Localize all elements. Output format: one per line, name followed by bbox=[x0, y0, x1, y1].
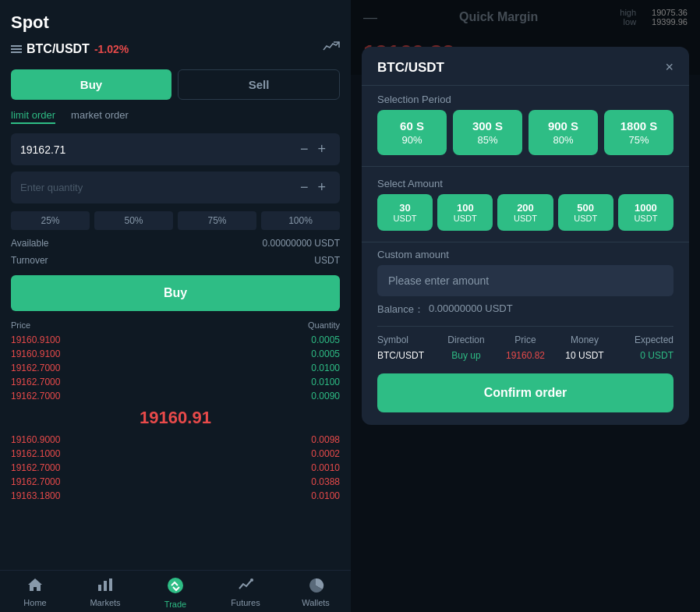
markets-icon bbox=[97, 577, 114, 596]
summary-expected: 0 USDT bbox=[614, 350, 673, 361]
percent-50-btn[interactable]: 50% bbox=[94, 211, 173, 230]
ob-price-header: Price bbox=[11, 320, 175, 330]
left-panel: Spot BTC/USDT -1.02% Buy Sell limit orde… bbox=[0, 0, 351, 612]
left-header: Spot BTC/USDT -1.02% bbox=[0, 0, 351, 63]
period-300s-btn[interactable]: 300 S 85% bbox=[453, 110, 522, 155]
pair-change: -1.02% bbox=[94, 43, 129, 55]
right-panel: — Quick Margin high 19075.36 low 19399.9… bbox=[351, 0, 700, 612]
table-row: 19163.1800 0.0100 bbox=[3, 489, 348, 503]
period-grid: 60 S 90% 300 S 85% 900 S 80% 1800 S 75% bbox=[362, 110, 689, 163]
custom-amount-input[interactable] bbox=[377, 265, 673, 296]
nav-futures[interactable]: Futures bbox=[210, 577, 281, 609]
percent-100-btn[interactable]: 100% bbox=[261, 211, 340, 230]
svg-rect-2 bbox=[109, 578, 112, 591]
table-row: 19162.7000 0.0100 bbox=[3, 361, 348, 375]
price-input-row: 19162.71 − + bbox=[11, 133, 340, 165]
confirm-order-button[interactable]: Confirm order bbox=[377, 373, 673, 412]
price-value: 19162.71 bbox=[20, 143, 295, 156]
price-increase-btn[interactable]: + bbox=[317, 141, 326, 157]
nav-home-label: Home bbox=[23, 598, 46, 607]
table-row: 19162.7000 0.0388 bbox=[3, 475, 348, 489]
buy-bottom-button[interactable]: Buy bbox=[11, 275, 340, 311]
sell-button[interactable]: Sell bbox=[178, 69, 340, 100]
ob-qty-header: Quantity bbox=[175, 320, 340, 330]
summary-price: 19160.82 bbox=[496, 350, 555, 361]
market-order-tab[interactable]: market order bbox=[71, 109, 129, 124]
pair-row: BTC/USDT -1.02% bbox=[11, 41, 340, 57]
svg-point-4 bbox=[250, 578, 253, 582]
turnover-row: Turnover USDT bbox=[0, 252, 351, 269]
ob-header: Price Quantity bbox=[3, 317, 348, 333]
amount-1000-btn[interactable]: 1000 USDT bbox=[618, 194, 673, 231]
quantity-placeholder: Enter quantity bbox=[20, 182, 295, 193]
modal-header: BTC/USDT × bbox=[362, 47, 689, 86]
mid-price: 19160.91 bbox=[3, 403, 348, 433]
close-icon[interactable]: × bbox=[665, 59, 673, 76]
percent-75-btn[interactable]: 75% bbox=[178, 211, 256, 230]
available-label: Available bbox=[11, 238, 48, 249]
svg-rect-1 bbox=[104, 581, 107, 591]
table-row: 19160.9000 0.0098 bbox=[3, 433, 348, 447]
svg-point-3 bbox=[168, 578, 183, 593]
turnover-label: Turnover bbox=[11, 255, 48, 266]
chart-icon[interactable] bbox=[323, 41, 340, 57]
bottom-nav: Home Markets Trade bbox=[0, 570, 351, 612]
price-decrease-btn[interactable]: − bbox=[300, 141, 309, 157]
buy-sell-row: Buy Sell bbox=[0, 63, 351, 106]
summary-divider bbox=[377, 326, 673, 327]
table-row: 19162.7000 0.0090 bbox=[3, 389, 348, 403]
amount-200-btn[interactable]: 200 USDT bbox=[497, 194, 553, 231]
summary-direction: Buy up bbox=[437, 350, 496, 361]
summary-data-row: BTC/USDT Buy up 19160.82 10 USDT 0 USDT bbox=[362, 348, 689, 367]
modal-title: BTC/USDT bbox=[377, 60, 444, 76]
nav-futures-label: Futures bbox=[231, 598, 260, 607]
amount-500-btn[interactable]: 500 USDT bbox=[558, 194, 613, 231]
pair-name[interactable]: BTC/USDT -1.02% bbox=[11, 42, 129, 56]
modal: BTC/USDT × Selection Period 60 S 90% 300… bbox=[362, 47, 689, 425]
limit-order-tab[interactable]: limit order bbox=[11, 109, 55, 124]
table-row: 19160.9100 0.0005 bbox=[3, 333, 348, 347]
nav-home[interactable]: Home bbox=[0, 577, 70, 609]
selection-period-label: Selection Period bbox=[362, 86, 689, 110]
modal-overlay: BTC/USDT × Selection Period 60 S 90% 300… bbox=[351, 0, 700, 612]
percent-25-btn[interactable]: 25% bbox=[11, 211, 90, 230]
nav-wallets[interactable]: Wallets bbox=[281, 577, 351, 609]
table-row: 19162.7000 0.0100 bbox=[3, 375, 348, 389]
summary-col-direction: Direction bbox=[437, 334, 496, 345]
qty-decrease-btn[interactable]: − bbox=[300, 179, 309, 196]
summary-header: Symbol Direction Price Money Expected bbox=[362, 330, 689, 348]
balance-label: Balance： bbox=[377, 302, 424, 317]
summary-col-money: Money bbox=[555, 334, 614, 345]
amount-100-btn[interactable]: 100 USDT bbox=[437, 194, 493, 231]
period-1800s-btn[interactable]: 1800 S 75% bbox=[604, 110, 673, 155]
nav-wallets-label: Wallets bbox=[302, 598, 330, 607]
percent-row: 25% 50% 75% 100% bbox=[0, 207, 351, 235]
table-row: 19160.9100 0.0005 bbox=[3, 347, 348, 361]
summary-col-price: Price bbox=[496, 334, 555, 345]
svg-rect-0 bbox=[98, 585, 101, 591]
table-row: 19162.1000 0.0002 bbox=[3, 447, 348, 461]
summary-col-expected: Expected bbox=[614, 334, 673, 345]
turnover-value: USDT bbox=[314, 255, 340, 266]
home-icon bbox=[27, 577, 44, 596]
divider-2 bbox=[362, 242, 689, 242]
amount-30-btn[interactable]: 30 USDT bbox=[377, 194, 433, 231]
orderbook-area: Price Quantity 19160.9100 0.0005 19160.9… bbox=[0, 317, 351, 587]
period-900s-btn[interactable]: 900 S 80% bbox=[529, 110, 598, 155]
period-60s-btn[interactable]: 60 S 90% bbox=[377, 110, 447, 155]
table-row: 19162.7000 0.0010 bbox=[3, 461, 348, 475]
order-type-row: limit order market order bbox=[0, 106, 351, 130]
nav-markets[interactable]: Markets bbox=[70, 577, 140, 609]
futures-icon bbox=[237, 577, 254, 596]
quantity-input-row: Enter quantity − + bbox=[11, 172, 340, 203]
nav-trade[interactable]: Trade bbox=[140, 577, 210, 609]
divider-1 bbox=[362, 166, 689, 167]
nav-markets-label: Markets bbox=[90, 598, 120, 607]
balance-value: 0.00000000 USDT bbox=[429, 302, 513, 317]
hamburger-icon[interactable] bbox=[11, 45, 22, 53]
buy-button[interactable]: Buy bbox=[11, 69, 171, 100]
select-amount-label: Select Amount bbox=[362, 170, 689, 194]
spot-title: Spot bbox=[11, 12, 340, 33]
qty-increase-btn[interactable]: + bbox=[317, 179, 326, 196]
available-row: Available 0.00000000 USDT bbox=[0, 235, 351, 252]
